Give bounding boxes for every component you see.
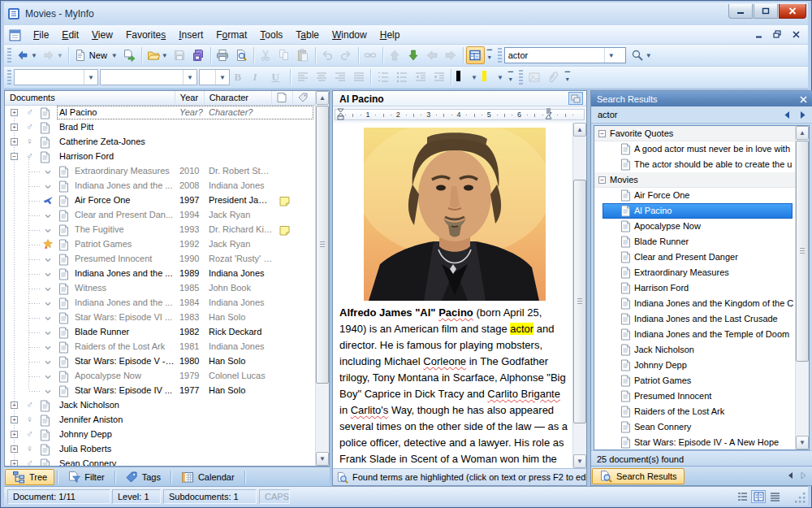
tree-scroll-down-button[interactable]: ▼	[316, 452, 329, 466]
menu-window[interactable]: Window	[326, 26, 374, 44]
tree-row[interactable]: +♂Johnny Depp	[5, 428, 315, 442]
view-outline-button[interactable]	[735, 490, 749, 503]
tab-calendar[interactable]: Calendar	[174, 469, 242, 485]
column-header-character[interactable]: Character	[205, 91, 273, 106]
menu-favorites[interactable]: Favorites	[119, 26, 172, 44]
menu-table[interactable]: Table	[289, 26, 326, 44]
search-result-item[interactable]: Indiana Jones and the Kingdom of the C	[594, 296, 795, 311]
search-result-item[interactable]: Blade Runner	[594, 234, 795, 250]
tab-search-results[interactable]: Search Results	[592, 468, 685, 484]
column-header-note[interactable]	[272, 91, 293, 106]
expand-icon[interactable]: +	[11, 431, 18, 438]
paste-button[interactable]	[294, 46, 313, 64]
close-search-panel-icon[interactable]	[798, 94, 808, 104]
search-result-item[interactable]: Al Pacino	[594, 203, 795, 219]
tabs-scroll-left-icon[interactable]	[787, 471, 794, 481]
search-input[interactable]	[508, 50, 604, 60]
result-group-header[interactable]: −Favorite Quotes	[594, 126, 795, 141]
tree-row[interactable]: −♂Harrison Ford	[5, 150, 315, 164]
tree-row[interactable]: Apocalypse Now1979Colonel Lucas	[5, 369, 315, 384]
tree-row[interactable]: Indiana Jones and the ...1984Indiana Jon…	[5, 296, 315, 310]
arrow-down-button[interactable]	[404, 46, 423, 64]
search-result-item[interactable]: Sean Connery	[594, 419, 795, 435]
minimize-button[interactable]	[728, 4, 753, 19]
arrow-left-button[interactable]	[423, 46, 442, 64]
toolbar-overflow-chevron[interactable]: ▔▾	[485, 46, 495, 64]
panes-button[interactable]	[466, 46, 485, 64]
search-result-item[interactable]: Apocalypse Now	[594, 219, 795, 234]
numbered-list-button[interactable]	[374, 68, 392, 86]
title-bar[interactable]: Movies - MyInfo	[4, 2, 808, 25]
collapse-icon[interactable]: −	[11, 153, 18, 160]
save-all-button[interactable]	[189, 46, 208, 64]
search-result-item[interactable]: A good actor must never be in love with	[594, 141, 795, 157]
bullet-list-button[interactable]	[392, 68, 411, 86]
search-result-item[interactable]: Star Wars: Episode IV - A New Hope	[594, 435, 795, 450]
align-right-button[interactable]	[330, 68, 349, 86]
editor-scrollbar-thumb[interactable]	[573, 180, 586, 423]
tree-row[interactable]: +♀Jennifer Aniston	[5, 413, 315, 428]
print-preview-button[interactable]	[232, 46, 251, 64]
results-scrollbar-thumb[interactable]	[796, 141, 809, 362]
menu-file[interactable]: File	[27, 26, 55, 44]
arrow-right-button[interactable]	[442, 46, 460, 64]
toolbar-grip[interactable]	[7, 48, 11, 63]
search-box[interactable]: ▼	[504, 47, 626, 63]
tabs-scroll-right-icon[interactable]	[800, 471, 807, 481]
expand-icon[interactable]: +	[11, 109, 18, 116]
tree-row[interactable]: +♀Catherine Zeta-Jones	[5, 135, 315, 150]
save-button[interactable]	[171, 46, 189, 64]
open-folder-dropdown-caret[interactable]: ▼	[162, 52, 168, 59]
results-scroll-down-button[interactable]: ▼	[796, 436, 809, 449]
search-dropdown-caret[interactable]: ▼	[604, 48, 618, 63]
view-list-button[interactable]	[767, 490, 782, 503]
tree-row[interactable]: Witness1985John Book	[5, 281, 315, 296]
collapse-icon[interactable]: −	[598, 176, 606, 184]
search-result-item[interactable]: Jack Nicholson	[594, 342, 795, 358]
back-arrow-dropdown-caret[interactable]: ▼	[31, 52, 37, 59]
extra-toolbar-grip[interactable]	[519, 70, 523, 85]
indent-button[interactable]	[430, 68, 448, 86]
tree-row[interactable]: +♂Brad Pitt	[5, 120, 315, 135]
editor-scroll-up-button[interactable]: ▲	[573, 123, 586, 137]
expand-icon[interactable]: +	[11, 445, 18, 453]
formatting-toolbar-grip[interactable]	[7, 70, 11, 85]
tree-row[interactable]: Indiana Jones and the ...2008Indiana Jon…	[5, 179, 315, 193]
underline-button[interactable]: U	[269, 68, 287, 86]
link-button[interactable]	[361, 46, 380, 64]
search-result-item[interactable]: Indiana Jones and the Last Crusade	[594, 311, 795, 327]
tree-row[interactable]: +♀Julia Roberts	[5, 442, 315, 457]
search-result-item[interactable]: Patriot Games	[594, 373, 795, 389]
cut-button[interactable]	[257, 46, 275, 64]
right-indent-marker[interactable]	[545, 108, 552, 123]
back-arrow-button[interactable]: ▼	[14, 46, 40, 64]
search-result-item[interactable]: Presumed Innocent	[594, 389, 795, 404]
tree-row[interactable]: Extraordinary Measures2010Dr. Robert Sto…	[5, 164, 315, 179]
tree-scrollbar[interactable]: ▲ ▼	[315, 91, 329, 466]
previous-result-icon[interactable]	[783, 111, 791, 121]
tree-row[interactable]: Presumed Innocent1990Rozat 'Rusty' S...	[5, 252, 315, 267]
tree-row[interactable]: Blade Runner1982Rick Deckard	[5, 325, 315, 340]
maximize-button[interactable]	[754, 4, 778, 19]
extra-overflow-chevron[interactable]: ▔▾	[563, 68, 572, 86]
align-left-button[interactable]	[293, 68, 312, 86]
align-center-button[interactable]	[312, 68, 330, 86]
copy-button[interactable]	[275, 46, 294, 64]
tab-filter[interactable]: Filter	[60, 469, 111, 485]
run-search-button[interactable]: ▼	[628, 46, 654, 64]
format-combo-2[interactable]: ▼	[100, 69, 197, 85]
editor-scrollbar[interactable]: ▲ ▼	[572, 123, 586, 468]
forward-arrow-button[interactable]: ▼	[40, 46, 66, 64]
tree-row[interactable]: Indiana Jones and the ...1989Indiana Jon…	[5, 267, 315, 281]
menu-edit[interactable]: Edit	[55, 26, 85, 44]
search-options-caret[interactable]: ▼	[646, 52, 652, 59]
expand-icon[interactable]: +	[11, 416, 18, 423]
result-group-header[interactable]: −Movies	[594, 172, 795, 188]
menu-help[interactable]: Help	[374, 26, 407, 44]
close-button[interactable]	[779, 4, 806, 19]
search-results-header[interactable]: Search Results	[591, 91, 812, 106]
column-header-year[interactable]: Year	[175, 91, 205, 106]
menu-tools[interactable]: Tools	[253, 26, 289, 44]
mdi-close-button[interactable]	[790, 28, 801, 40]
bold-button[interactable]: B	[231, 68, 250, 86]
